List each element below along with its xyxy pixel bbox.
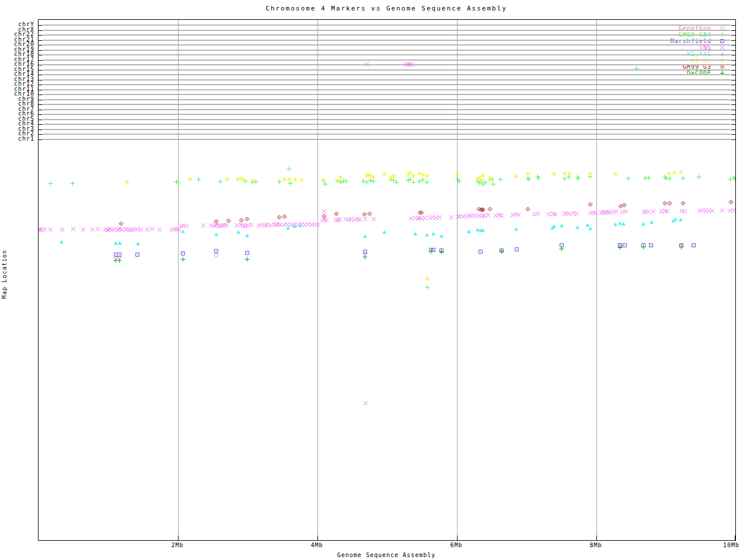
data-point-marshfield (691, 239, 696, 250)
data-point-wi-yac (588, 222, 593, 233)
y-tick-mark (39, 114, 43, 115)
data-point-wi-yac (551, 220, 557, 231)
data-point-tng (734, 205, 736, 216)
data-point-gm99-g3 (282, 211, 287, 222)
x-tick-label: 10Mb (723, 542, 739, 548)
chromosome-gridline (43, 84, 731, 85)
data-point-tng (499, 209, 504, 220)
x-tick-label: 8Mb (589, 542, 602, 548)
data-point-wi-yac (621, 218, 626, 229)
y-axis-title: Map Location (1, 250, 11, 320)
y-tick-mark (731, 65, 735, 65)
data-point-wi-yac (117, 237, 123, 248)
x-tick-mark (317, 536, 318, 540)
data-point-tng (553, 208, 558, 219)
data-point-wi-rh (124, 176, 130, 187)
data-point-gm99-g3 (277, 211, 282, 222)
data-point-tng (593, 207, 598, 218)
y-tick-mark (731, 134, 735, 135)
data-point-wi-yac (245, 229, 250, 240)
data-point-tng (651, 205, 656, 216)
data-point-wi-yac (180, 225, 186, 236)
y-tick-mark (731, 94, 735, 95)
data-point-decode (641, 241, 646, 252)
data-point-wi-rh (487, 172, 493, 183)
y-axis-title-text: Map Location (1, 250, 8, 299)
y-tick-mark (39, 124, 43, 125)
data-point-gm99-g3 (487, 203, 493, 214)
data-point-gm99-gb4 (498, 173, 503, 184)
y-tick-mark (731, 90, 735, 90)
data-point-tng (449, 211, 454, 222)
data-point-decode (679, 241, 684, 252)
y-tick-mark (39, 55, 43, 55)
y-tick-mark (731, 104, 735, 105)
data-point-gm99-gb4 (536, 172, 541, 183)
data-point-wi-rh (613, 168, 618, 179)
data-point-tng (201, 219, 206, 230)
y-tick-mark (39, 40, 43, 41)
data-point-gm99-g3 (226, 215, 231, 226)
data-point-gm99-g3 (728, 196, 734, 207)
y-tick-mark (731, 139, 735, 140)
data-point-tng (516, 209, 521, 220)
y-tick-mark (39, 50, 43, 51)
x-tick-label: 4Mb (310, 542, 323, 548)
data-point-gm99-gb4 (218, 176, 223, 187)
data-point-gm99-gb4 (196, 173, 201, 184)
data-point-wi-yac (292, 220, 297, 231)
data-point-gm99-gb4 (343, 175, 348, 186)
data-point-wi-rh (424, 170, 430, 181)
data-point-wi-yac (362, 230, 368, 241)
data-point-wi-yac (559, 219, 564, 230)
data-point-gm99-gb4 (646, 172, 651, 183)
data-point-wi-yac (575, 221, 580, 232)
y-tick-mark (731, 114, 735, 115)
y-tick-mark (39, 100, 43, 100)
data-point-decode (117, 254, 122, 265)
y-tick-mark (731, 60, 735, 61)
y-tick-mark (39, 130, 43, 130)
data-point-decode (245, 253, 250, 264)
chromosome-gridline (43, 99, 731, 100)
legend-label: DeCODE (687, 70, 711, 76)
data-point-gm99-g3 (588, 198, 593, 209)
data-point-gm99-g3 (667, 197, 672, 208)
data-point-decode (428, 246, 434, 257)
data-point-gm99-g3 (622, 199, 627, 210)
data-point-tng (363, 397, 368, 408)
chart-canvas: Chromosome 4 Markers vs Genome Sequence … (0, 0, 747, 560)
y-tick-mark (39, 85, 43, 85)
y-tick-mark (731, 100, 735, 100)
data-point-gm99-g3 (214, 215, 219, 226)
data-point-marshfield (514, 243, 519, 254)
chromosome-gridline (43, 79, 731, 80)
data-point-gm99-g3 (118, 218, 124, 229)
mb-gridline (457, 20, 458, 540)
data-point-wi-rh (425, 272, 430, 284)
data-point-wi-rh (225, 173, 230, 184)
data-point-gm99-g3 (334, 208, 339, 219)
data-point-gm99-g3 (419, 206, 424, 218)
data-point-wi-rh (371, 171, 376, 182)
data-point-wi-yac (424, 229, 430, 240)
data-point-wi-rh (287, 173, 292, 184)
data-point-marshfield (648, 239, 654, 250)
mb-gridline (317, 20, 318, 540)
data-point-tng (437, 211, 442, 222)
y-tick-mark (39, 80, 43, 80)
chromosome-gridline (43, 134, 731, 135)
y-tick-mark (39, 30, 43, 31)
y-tick-mark (39, 110, 43, 110)
data-point-wi-rh (525, 167, 530, 178)
data-point-wi-yac (59, 236, 64, 247)
data-point-tng (720, 204, 725, 215)
data-point-wi-rh (321, 174, 326, 185)
chromosome-gridline (43, 69, 731, 71)
mb-gridline (178, 20, 179, 540)
y-tick-mark (731, 85, 735, 85)
data-point-wi-rh (299, 174, 304, 185)
chart-title: Chromosome 4 Markers vs Genome Sequence … (38, 5, 735, 12)
y-tick-mark (39, 75, 43, 75)
data-point-wi-rh (411, 170, 416, 181)
